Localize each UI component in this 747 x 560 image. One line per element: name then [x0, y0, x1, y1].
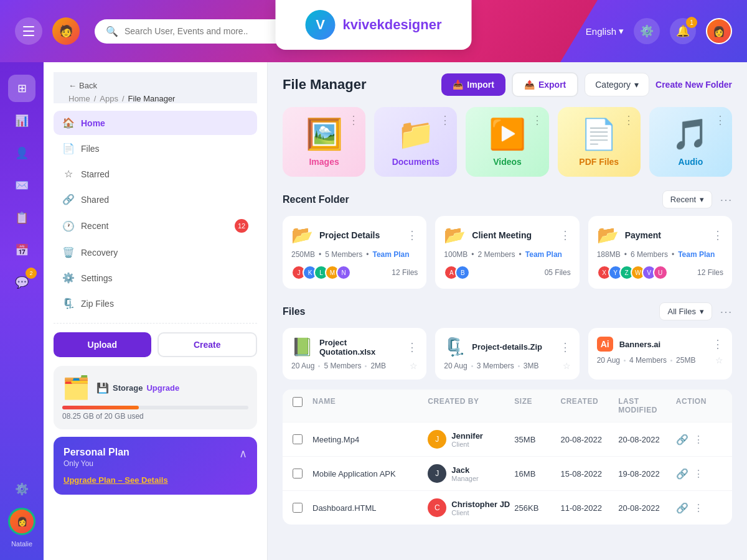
storage-upgrade-link[interactable]: Upgrade: [146, 383, 179, 393]
ai-more[interactable]: ⋮: [712, 337, 723, 351]
row2-more-icon[interactable]: ⋮: [693, 468, 703, 480]
breadcrumb-apps[interactable]: Apps: [100, 94, 118, 103]
storage-illustration: 🗂️: [62, 375, 90, 401]
zip-icon: 🗜️: [444, 337, 466, 357]
create-button[interactable]: Create: [157, 332, 258, 357]
row2-link-icon[interactable]: 🔗: [676, 468, 688, 480]
top-avatar[interactable]: 🧑: [52, 17, 80, 45]
chevron-down-icon: ▾: [619, 26, 624, 37]
xlsx-star[interactable]: ☆: [410, 361, 418, 371]
files-more-icon[interactable]: ⋯: [720, 304, 732, 319]
sidebar-icon-users[interactable]: 👤: [8, 139, 35, 167]
breadcrumb-current: File Manager: [128, 94, 176, 103]
nav-recent-label: Recent: [81, 221, 108, 231]
category-button[interactable]: Category ▾: [585, 73, 649, 96]
nav-files-label: Files: [81, 144, 100, 154]
sidebar-icon-calendar[interactable]: 📅: [8, 236, 35, 264]
select-all-checkbox[interactable]: [293, 397, 303, 407]
content-sidebar: ← Back Home / Apps / File Manager 🏠 Home…: [44, 62, 268, 560]
folder-pdf[interactable]: ⋮ 📄 PDF Files: [558, 107, 641, 177]
files-table: NAME CREATED BY SIZE CREATED LAST MODIFI…: [283, 390, 732, 525]
notification-button[interactable]: 🔔 1: [670, 18, 696, 44]
upload-button[interactable]: Upload: [54, 332, 151, 357]
folder-images[interactable]: ⋮ 🖼️ Images: [283, 107, 365, 177]
xlsx-more[interactable]: ⋮: [406, 340, 418, 354]
nav-item-settings[interactable]: ⚙️ Settings: [54, 266, 257, 290]
sidebar-icon-mail[interactable]: ✉️: [8, 172, 35, 199]
recent-more-icon[interactable]: ⋯: [720, 192, 732, 207]
folder-client-more[interactable]: ⋮: [560, 228, 571, 242]
nav-item-zipfiles[interactable]: 🗜️ Zip Files: [54, 291, 257, 315]
row1-link-icon[interactable]: 🔗: [676, 434, 688, 446]
row2-checkbox[interactable]: [293, 469, 303, 478]
pdf-label: PDF Files: [568, 157, 631, 167]
row1-checkbox[interactable]: [293, 434, 303, 444]
row2-size: 16MB: [514, 469, 560, 478]
nav-item-starred[interactable]: ☆ Starred: [54, 162, 257, 186]
nav-item-files[interactable]: 📄 Files: [54, 136, 257, 161]
jennifer-avatar: J: [428, 430, 446, 449]
nav-home-label: Home: [81, 118, 105, 128]
nav-item-home[interactable]: 🏠 Home: [54, 111, 257, 135]
plan-chevron-icon[interactable]: ∧: [239, 447, 247, 460]
ai-star[interactable]: ☆: [715, 355, 723, 365]
audio-more-icon[interactable]: ⋮: [715, 113, 726, 127]
plan-card: Personal Plan Only You ∧ Upgrade Plan – …: [54, 437, 257, 495]
sidebar-icon-home[interactable]: ⊞: [8, 75, 35, 102]
row1-size: 35MB: [514, 435, 560, 444]
table-header: NAME CREATED BY SIZE CREATED LAST MODIFI…: [283, 390, 732, 422]
notification-badge: 1: [686, 17, 697, 28]
recent-folder-client-meeting: 📂 Client Meeting ⋮ 100MB • 2 Members • T…: [435, 216, 579, 289]
import-icon: 📥: [453, 80, 463, 90]
sidebar-user-avatar[interactable]: 👩: [8, 508, 35, 535]
images-more-icon[interactable]: ⋮: [348, 113, 359, 127]
docs-more-icon[interactable]: ⋮: [439, 113, 451, 127]
zip-more[interactable]: ⋮: [560, 340, 571, 354]
sidebar-icon-chat[interactable]: 💬 2: [8, 269, 35, 296]
language-selector[interactable]: English ▾: [586, 26, 624, 37]
th-size: SIZE: [514, 397, 560, 414]
folder-project-more[interactable]: ⋮: [406, 228, 418, 242]
pdf-more-icon[interactable]: ⋮: [623, 113, 634, 127]
folder-videos[interactable]: ⋮ ▶️ Videos: [466, 107, 548, 177]
hamburger-button[interactable]: [15, 17, 42, 45]
videos-more-icon[interactable]: ⋮: [532, 113, 543, 127]
user-avatar[interactable]: 👩: [706, 18, 732, 44]
nav-item-recent[interactable]: 🕐 Recent 12: [54, 213, 257, 239]
nav-item-recovery[interactable]: 🗑️ Recovery: [54, 240, 257, 264]
settings-button[interactable]: ⚙️: [634, 18, 660, 44]
files-grid: 📗 Project Quotation.xlsx ⋮ 20 Aug 5 Memb…: [283, 328, 732, 380]
all-files-filter[interactable]: All Files ▾: [659, 302, 712, 320]
storage-icon: 💾: [96, 382, 109, 394]
export-button[interactable]: 📤 Export: [512, 72, 578, 97]
filter-chevron-icon: ▾: [700, 195, 704, 204]
row3-checkbox[interactable]: [293, 503, 303, 513]
logo-text: kvivekdesigner: [343, 17, 442, 33]
folder-audio[interactable]: ⋮ 🎵 Audio: [649, 107, 732, 177]
files-filter-chevron: ▾: [700, 307, 704, 316]
folder-payment-more[interactable]: ⋮: [712, 228, 723, 242]
nav-starred-label: Starred: [81, 169, 110, 179]
zip-star[interactable]: ☆: [563, 361, 571, 371]
folder-payment-files: 12 Files: [697, 268, 723, 277]
nav-settings-icon: ⚙️: [62, 272, 75, 284]
sidebar-icon-notes[interactable]: 📋: [8, 204, 35, 231]
sidebar-icon-gear[interactable]: ⚙️: [8, 475, 35, 503]
row1-more-icon[interactable]: ⋮: [693, 434, 703, 446]
row2-user: J Jack Manager: [428, 464, 514, 483]
icon-sidebar: ⊞ 📊 👤 ✉️ 📋 📅 💬 2 ⚙️ 👩 Natalie: [0, 62, 44, 560]
row3-more-icon[interactable]: ⋮: [693, 502, 703, 514]
recent-filter[interactable]: Recent ▾: [662, 190, 712, 208]
avatar-c2: B: [455, 265, 470, 280]
breadcrumb-home[interactable]: Home: [68, 94, 90, 103]
sidebar-user-name: Natalie: [11, 540, 32, 548]
plan-upgrade-link[interactable]: Upgrade Plan – See Details: [63, 475, 247, 485]
import-button[interactable]: 📥 Import: [441, 73, 505, 96]
nav-item-shared[interactable]: 🔗 Shared: [54, 187, 257, 212]
back-button[interactable]: ← Back: [68, 81, 97, 90]
create-new-folder-link[interactable]: Create New Folder: [655, 80, 732, 90]
folder-client-avatars: A B: [444, 265, 470, 280]
row3-link-icon[interactable]: 🔗: [676, 502, 688, 514]
folder-documents[interactable]: ⋮ 📁 Documents: [374, 107, 457, 177]
sidebar-icon-chart[interactable]: 📊: [8, 107, 35, 134]
